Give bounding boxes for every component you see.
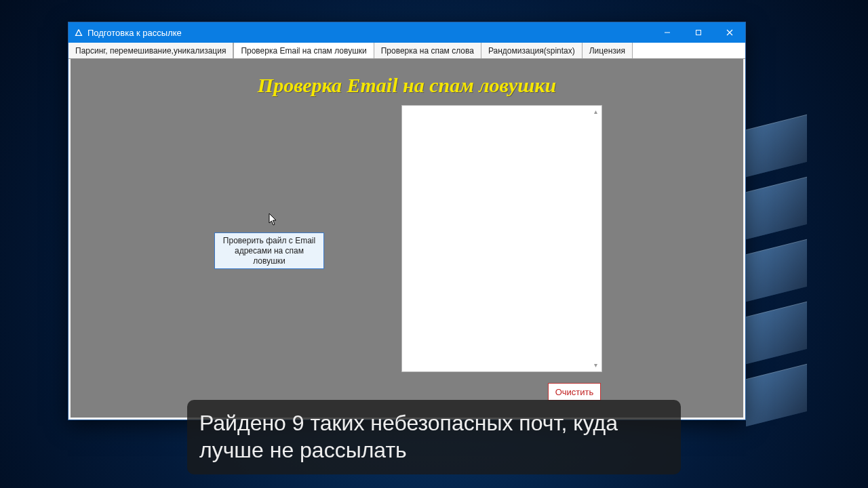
titlebar: Подготовка к рассылке bbox=[68, 22, 745, 43]
window-controls bbox=[652, 22, 745, 43]
desktop-background-rays bbox=[746, 122, 868, 407]
clear-button[interactable]: Очистить bbox=[548, 383, 601, 401]
tab-spam-words[interactable]: Проверка на спам слова bbox=[374, 43, 481, 58]
tab-content: Проверка Email на спам ловушки Проверить… bbox=[68, 59, 745, 420]
tab-spintax[interactable]: Рандомизация(spintax) bbox=[481, 43, 583, 58]
tab-license[interactable]: Лицензия bbox=[583, 43, 633, 58]
video-subtitle: Райдено 9 таких небезопасных почт, куда … bbox=[187, 400, 681, 474]
scroll-up-icon[interactable]: ▴ bbox=[591, 107, 600, 117]
app-icon bbox=[74, 28, 83, 37]
svg-rect-1 bbox=[696, 30, 701, 35]
check-file-button-label: Проверить файл с Email адресами на спам … bbox=[219, 236, 319, 266]
check-file-button[interactable]: Проверить файл с Email адресами на спам … bbox=[214, 232, 324, 269]
tab-parsing[interactable]: Парсинг, перемешивание,уникализация bbox=[68, 43, 233, 58]
app-window: Подготовка к рассылке Парсинг, перемешив… bbox=[68, 22, 746, 420]
minimize-button[interactable] bbox=[652, 22, 683, 43]
clear-button-label: Очистить bbox=[555, 387, 594, 397]
tab-spam-traps[interactable]: Проверка Email на спам ловушки bbox=[233, 43, 374, 58]
page-title: Проверка Email на спам ловушки bbox=[71, 74, 743, 97]
window-title: Подготовка к рассылке bbox=[87, 28, 182, 38]
scroll-down-icon[interactable]: ▾ bbox=[591, 361, 600, 370]
results-textbox[interactable]: ▴ ▾ bbox=[401, 105, 602, 372]
maximize-button[interactable] bbox=[683, 22, 714, 43]
close-button[interactable] bbox=[714, 22, 745, 43]
tab-strip: Парсинг, перемешивание,уникализация Пров… bbox=[68, 43, 745, 59]
subtitle-text: Райдено 9 таких небезопасных почт, куда … bbox=[199, 411, 618, 462]
